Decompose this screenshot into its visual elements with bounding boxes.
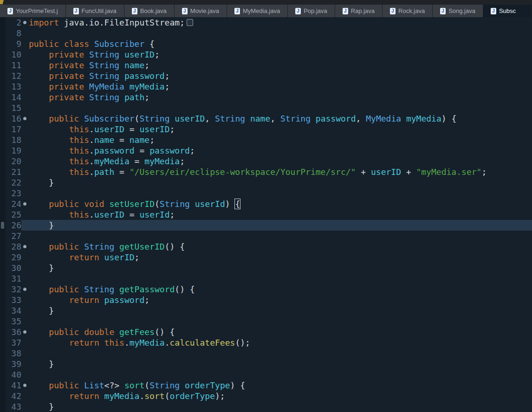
gutter-ruler[interactable] — [0, 263, 6, 273]
gutter-ruler[interactable] — [0, 359, 6, 369]
code-line-21[interactable]: 21 this.path = "/Users/eir/eclipse-works… — [0, 167, 532, 177]
code-line-27[interactable]: 27 — [0, 231, 532, 241]
code-line-34[interactable]: 34 } — [0, 305, 532, 316]
tab-book-java[interactable]: JBook.java — [124, 5, 175, 17]
fold-marker-icon[interactable] — [23, 21, 26, 24]
gutter-ruler[interactable] — [0, 60, 6, 71]
tab-rock-java[interactable]: JRock.java — [383, 5, 433, 17]
code-line-24[interactable]: 24 public void setUserID(String userId) … — [0, 199, 532, 209]
gutter-ruler[interactable] — [0, 327, 6, 337]
code-line-22[interactable]: 22 } — [0, 177, 532, 188]
gutter-ruler[interactable] — [0, 124, 6, 135]
fold-marker-icon[interactable] — [23, 288, 26, 291]
code-line-29[interactable]: 29 return userID; — [0, 252, 532, 263]
tab-song-java[interactable]: JSong.java — [433, 5, 483, 17]
code-line-33[interactable]: 33 return password; — [0, 295, 532, 305]
code-line-17[interactable]: 17 this.userID = userID; — [0, 124, 532, 135]
gutter-ruler[interactable] — [0, 199, 6, 209]
tab-subsc[interactable]: JSubsc — [483, 5, 532, 17]
gutter-ruler[interactable] — [0, 71, 6, 81]
code-line-18[interactable]: 18 this.name = name; — [0, 135, 532, 145]
code-editor[interactable]: 2import java.io.FileInputStream;89public… — [0, 17, 532, 412]
code-line-9[interactable]: 9public class Subscriber { — [0, 39, 532, 49]
gutter-ruler[interactable] — [0, 369, 6, 380]
code-line-15[interactable]: 15 — [0, 103, 532, 113]
code-line-11[interactable]: 11 private String name; — [0, 60, 532, 71]
code-line-8[interactable]: 8 — [0, 28, 532, 39]
tab-funcutil-java[interactable]: JFuncUtil.java — [66, 5, 124, 17]
gutter-ruler[interactable] — [0, 177, 6, 188]
code-line-10[interactable]: 10 private String userID; — [0, 49, 532, 60]
code-line-31[interactable]: 31 — [0, 273, 532, 284]
gutter-ruler[interactable] — [0, 380, 6, 391]
tab-rap-java[interactable]: JRap.java — [335, 5, 383, 17]
code-line-13[interactable]: 13 private MyMedia myMedia; — [0, 81, 532, 92]
tab-yourprimetest-j[interactable]: JYourPrimeTest.j — [0, 5, 66, 17]
gutter-ruler[interactable] — [0, 295, 6, 305]
code-line-14[interactable]: 14 private String path; — [0, 92, 532, 103]
token-fi: userID — [104, 252, 135, 262]
token-pl — [99, 252, 104, 262]
gutter-ruler[interactable] — [0, 252, 6, 263]
gutter-ruler[interactable] — [0, 81, 6, 92]
fold-marker-icon[interactable] — [23, 330, 26, 334]
code-line-30[interactable]: 30 } — [0, 263, 532, 273]
token-kw: private — [49, 71, 84, 81]
code-text — [28, 348, 532, 359]
code-line-38[interactable]: 38 — [0, 348, 532, 359]
tab-pop-java[interactable]: JPop.java — [288, 5, 335, 17]
fold-marker-icon[interactable] — [23, 245, 26, 248]
gutter-ruler[interactable] — [0, 348, 6, 359]
gutter-ruler[interactable] — [0, 188, 6, 199]
gutter-ruler[interactable] — [0, 113, 6, 124]
code-line-28[interactable]: 28 public String getUserID() { — [0, 241, 532, 252]
code-line-12[interactable]: 12 private String password; — [0, 71, 532, 81]
gutter-ruler[interactable] — [0, 167, 6, 177]
code-line-37[interactable]: 37 return this.myMedia.calculateFees(); — [0, 337, 532, 348]
gutter-ruler[interactable] — [0, 103, 6, 113]
code-line-36[interactable]: 36 public double getFees() { — [0, 327, 532, 337]
fold-marker-icon[interactable] — [23, 117, 26, 120]
gutter-ruler[interactable] — [0, 401, 6, 412]
fold-column — [21, 92, 28, 103]
code-line-39[interactable]: 39 } — [0, 359, 532, 369]
code-line-19[interactable]: 19 this.password = password; — [0, 145, 532, 156]
gutter-ruler[interactable] — [0, 316, 6, 327]
token-fi: userID — [139, 124, 169, 134]
code-line-25[interactable]: 25 this.userID = userId; — [0, 209, 532, 220]
fold-column — [21, 113, 28, 124]
code-line-2[interactable]: 2import java.io.FileInputStream; — [0, 17, 532, 28]
gutter-ruler[interactable] — [0, 156, 6, 167]
gutter-ruler[interactable] — [0, 241, 6, 252]
gutter-ruler[interactable] — [0, 145, 6, 156]
gutter-ruler[interactable] — [0, 209, 6, 220]
fold-marker-icon[interactable] — [23, 202, 26, 206]
collapsed-region-icon[interactable] — [187, 19, 193, 26]
tab-movie-java[interactable]: JMovie.java — [175, 5, 227, 17]
fold-marker-icon[interactable] — [23, 384, 26, 387]
code-line-26[interactable]: 26 } — [0, 220, 532, 231]
code-line-35[interactable]: 35 — [0, 316, 532, 327]
gutter-ruler[interactable] — [0, 337, 6, 348]
gutter-ruler[interactable] — [0, 135, 6, 145]
code-line-23[interactable]: 23 — [0, 188, 532, 199]
gutter-ruler[interactable] — [0, 17, 6, 28]
gutter-ruler[interactable] — [0, 92, 6, 103]
code-line-43[interactable]: 43 } — [0, 401, 532, 412]
gutter-ruler[interactable] — [0, 49, 6, 60]
gutter-ruler[interactable] — [0, 231, 6, 241]
code-line-40[interactable]: 40 — [0, 369, 532, 380]
gutter-ruler[interactable] — [0, 305, 6, 316]
gutter-ruler[interactable] — [0, 273, 6, 284]
code-line-32[interactable]: 32 public String getPassword() { — [0, 284, 532, 295]
gutter-ruler[interactable] — [0, 391, 6, 401]
gutter-ruler[interactable] — [0, 39, 6, 49]
gutter-ruler[interactable] — [0, 220, 6, 231]
code-line-42[interactable]: 42 return myMedia.sort(orderType); — [0, 391, 532, 401]
gutter-ruler[interactable] — [0, 28, 6, 39]
code-line-41[interactable]: 41 public List<?> sort(String orderType)… — [0, 380, 532, 391]
code-line-20[interactable]: 20 this.myMedia = myMedia; — [0, 156, 532, 167]
code-line-16[interactable]: 16 public Subscriber(String userID, Stri… — [0, 113, 532, 124]
gutter-ruler[interactable] — [0, 284, 6, 295]
tab-mymedia-java[interactable]: JMyMedia.java — [227, 5, 288, 17]
